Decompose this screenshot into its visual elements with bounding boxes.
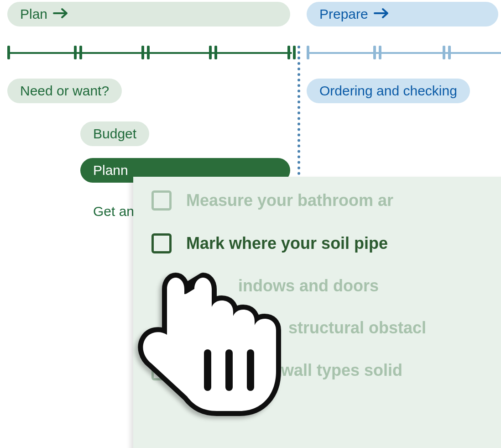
phase-prepare-pill[interactable]: Prepare xyxy=(307,2,498,26)
checklist-item[interactable]: Measure your bathroom ar xyxy=(151,190,489,211)
phase-plan-pill[interactable]: Plan xyxy=(7,2,290,26)
checklist-item-label: your wall types solid xyxy=(186,361,402,380)
phase-prepare-label: Prepare xyxy=(319,6,368,22)
task-label: Ordering and checking xyxy=(319,83,457,99)
phase-plan-label: Plan xyxy=(20,6,47,22)
checklist-item-label: indows and doors xyxy=(238,276,379,295)
checklist-item[interactable]: indows and doors xyxy=(151,276,489,295)
task-label: Need or want? xyxy=(20,83,109,99)
checklist-item-label: structural obstacl xyxy=(288,318,426,337)
checklist-item-label: Measure your bathroom ar xyxy=(186,191,393,210)
checkbox-icon[interactable] xyxy=(151,233,172,253)
checklist-item[interactable]: structural obstacl xyxy=(151,318,489,337)
checklist-item[interactable]: Mark where your soil pipe xyxy=(151,233,489,253)
task-label: Get an xyxy=(93,204,134,219)
arrow-right-icon xyxy=(53,6,68,22)
arrow-right-icon xyxy=(374,6,389,22)
task-need-or-want[interactable]: Need or want? xyxy=(7,79,122,103)
checklist-item-label: Mark where your soil pipe xyxy=(186,234,388,253)
checklist-panel: Measure your bathroom ar Mark where your… xyxy=(133,177,501,448)
checklist-item[interactable]: your wall types solid xyxy=(151,360,489,380)
task-label: Plann xyxy=(93,163,128,178)
task-label: Budget xyxy=(93,126,136,142)
timeline-ruler xyxy=(7,46,501,59)
checkbox-icon[interactable] xyxy=(151,190,172,211)
task-ordering-checking[interactable]: Ordering and checking xyxy=(307,79,470,103)
task-budget[interactable]: Budget xyxy=(80,121,149,146)
checkbox-icon[interactable] xyxy=(151,360,172,380)
